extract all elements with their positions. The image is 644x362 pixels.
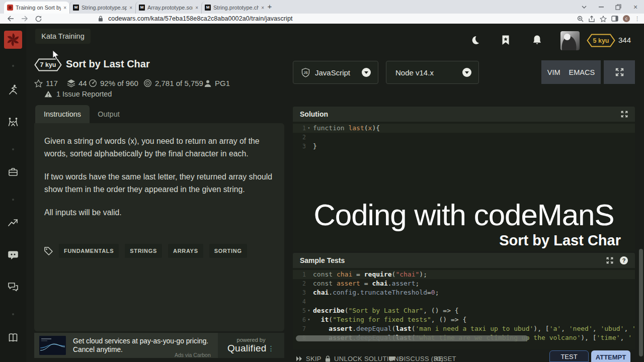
codewars-logo[interactable]: [4, 31, 22, 49]
ad-image[interactable]: [39, 336, 66, 355]
stat-satisfaction[interactable]: 92% of 960: [89, 79, 138, 87]
tab-close-icon[interactable]: ×: [195, 5, 198, 11]
user-rank-label: 5 kyu: [593, 37, 609, 44]
browser-profile-avatar[interactable]: c: [623, 15, 630, 22]
mdn-favicon: M: [139, 5, 145, 11]
warning-icon: [44, 90, 52, 98]
tab-close-icon[interactable]: ×: [261, 5, 264, 11]
language-dropdown[interactable]: JS JavaScript: [293, 61, 378, 84]
kumite-icon[interactable]: [8, 117, 19, 128]
reload-icon[interactable]: [35, 16, 42, 22]
honor-points[interactable]: 344: [618, 36, 631, 44]
horizontal-scrollbar[interactable]: [296, 335, 528, 341]
kata-tag[interactable]: ARRAYS: [168, 244, 203, 258]
expand-icon[interactable]: [606, 257, 613, 264]
window-minimize-button[interactable]: [593, 0, 610, 14]
docs-book-icon[interactable]: [8, 332, 19, 343]
notifications-bell-icon[interactable]: [532, 35, 542, 45]
code-line[interactable]: 6▾ it("Testing for fixed tests", () => {: [293, 315, 635, 324]
tab-close-icon[interactable]: ×: [129, 5, 132, 11]
tag-list: FUNDAMENTALSSTRINGSARRAYSSORTING: [59, 244, 247, 258]
powered-by-qualified[interactable]: powered by Qualified⋮: [218, 333, 284, 358]
side-panel-icon[interactable]: [611, 16, 618, 22]
code-line[interactable]: 1const chai = require("chai");: [293, 270, 635, 279]
kata-tag[interactable]: SORTING: [209, 244, 247, 258]
stat-collections[interactable]: 44: [67, 79, 87, 87]
url-text[interactable]: codewars.com/kata/57eba158e8ca2c8aba0002…: [108, 15, 293, 22]
fullscreen-button[interactable]: [604, 60, 635, 84]
powered-by-label: powered by: [237, 337, 266, 343]
fold-arrow-icon[interactable]: ▾: [306, 124, 312, 133]
browser-tab[interactable]: Training on Sort by Last Char | C×: [4, 2, 69, 14]
stat-author[interactable]: PG1: [204, 79, 230, 87]
new-tab-button[interactable]: +: [265, 2, 275, 12]
reset-button[interactable]: RESET: [434, 355, 456, 362]
user-avatar[interactable]: [560, 31, 580, 50]
mdn-favicon: M: [205, 5, 211, 11]
code-line[interactable]: 3}: [293, 142, 635, 151]
browser-tab[interactable]: MString.prototype.charCodeAt() - J×: [201, 2, 267, 14]
runtime-dropdown[interactable]: Node v14.x: [386, 61, 479, 84]
fold-arrow-icon: [306, 133, 312, 142]
code-line[interactable]: 5▾describe("Sort by Last Char", () => {: [293, 306, 635, 315]
leaderboard-icon[interactable]: [8, 217, 19, 228]
code-line[interactable]: 3chai.config.truncateThreshold=0;: [293, 288, 635, 297]
browser-menu-icon[interactable]: ⋮: [634, 16, 640, 22]
code-line[interactable]: 2const assert = chai.assert;: [293, 279, 635, 288]
attempt-button[interactable]: ATTEMPT: [591, 350, 630, 362]
ad-text[interactable]: Get cloud services at pay-as-you-go pric…: [73, 337, 208, 354]
fold-arrow-icon[interactable]: ▾: [306, 306, 312, 315]
collections-bookmark-icon[interactable]: [502, 35, 510, 45]
bookmark-star-icon[interactable]: [600, 16, 607, 22]
line-number: 3: [293, 288, 306, 297]
nav-kata-training[interactable]: Kata Training: [35, 29, 91, 44]
javascript-icon: JS: [301, 68, 310, 77]
line-number: 4: [293, 297, 306, 306]
tab-output[interactable]: Output: [93, 105, 125, 123]
careers-icon[interactable]: [8, 166, 19, 177]
window-close-button[interactable]: ×: [627, 0, 644, 14]
tab-close-icon[interactable]: ×: [63, 5, 66, 11]
code-line[interactable]: 1▾function last(x){: [293, 124, 635, 133]
discourse-chat-icon[interactable]: [8, 282, 19, 293]
user-rank-badge[interactable]: 5 kyu: [587, 34, 615, 47]
line-number: 5: [293, 306, 306, 315]
carbon-ad[interactable]: Get cloud services at pay-as-you-go pric…: [34, 333, 284, 358]
skip-button[interactable]: SKIP: [296, 355, 321, 362]
expand-icon[interactable]: [621, 111, 628, 118]
zoom-page-icon[interactable]: [577, 16, 584, 22]
stat-completed[interactable]: 2,781 of 5,759: [143, 79, 203, 87]
dark-mode-moon-icon[interactable]: [470, 35, 480, 45]
code-line[interactable]: 7 assert.deepEqual(last('man i need a ta…: [293, 324, 635, 333]
window-restore-button[interactable]: [610, 0, 627, 14]
browser-tab[interactable]: MArray.prototype.sort() - JavaScrip×: [135, 2, 201, 14]
issue-reported[interactable]: 1 Issue Reported: [44, 90, 112, 98]
share-icon[interactable]: [588, 16, 595, 22]
test-button[interactable]: TEST: [549, 350, 589, 362]
url-bar[interactable]: codewars.com/kata/57eba158e8ca2c8aba0002…: [0, 14, 644, 24]
forward-icon[interactable]: [21, 16, 28, 22]
https-lock-icon[interactable]: [98, 16, 103, 22]
browser-tab[interactable]: MString.prototype.split() - JavaScri×: [69, 2, 135, 14]
solution-code[interactable]: 1▾function last(x){23}: [293, 122, 635, 251]
stat-stars[interactable]: 117: [34, 79, 58, 87]
kata-training-icon[interactable]: [8, 84, 19, 95]
kata-tag[interactable]: STRINGS: [125, 244, 162, 258]
code-line[interactable]: 2: [293, 133, 635, 142]
help-icon[interactable]: ?: [620, 256, 628, 264]
kata-title[interactable]: Sort by Last Char: [66, 58, 150, 70]
vim-button[interactable]: VIM: [547, 68, 560, 76]
stat-stars-value: 117: [46, 79, 58, 87]
page-scrollbar[interactable]: [639, 249, 643, 356]
code-line[interactable]: 4: [293, 297, 635, 306]
discord-icon[interactable]: [8, 249, 19, 260]
ads-via-carbon[interactable]: Ads via Carbon: [175, 352, 211, 358]
tab-instructions[interactable]: Instructions: [35, 105, 90, 123]
emacs-button[interactable]: EMACS: [569, 68, 595, 76]
line-number: 1: [293, 124, 306, 133]
tab-search-chevron-icon[interactable]: [576, 0, 593, 14]
chat-icon: [388, 356, 395, 362]
fold-arrow-icon[interactable]: ▾: [306, 315, 312, 324]
back-icon[interactable]: [7, 16, 14, 22]
kata-tag[interactable]: FUNDAMENTALS: [59, 244, 119, 258]
